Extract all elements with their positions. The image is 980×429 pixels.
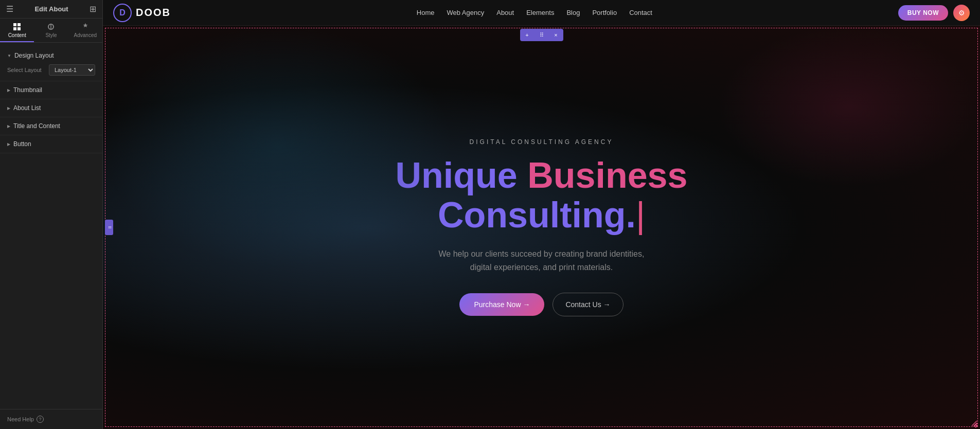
hero-description: We help our clients succeed by creating …: [439, 247, 645, 274]
main-area: D DOOB Home Web Agency About Elements Bl…: [103, 0, 980, 429]
nav-right: BUY NOW ⚙: [898, 5, 970, 21]
svg-rect-2: [13, 27, 16, 30]
help-icon: ?: [37, 416, 44, 423]
layout-select-dropdown[interactable]: Layout-1 Layout-2 Layout-3: [49, 64, 95, 76]
toolbar-drag-button[interactable]: ⠿: [534, 29, 549, 41]
hero-title-word1: Unique: [396, 155, 528, 195]
title-content-title: Title and Content: [7, 122, 95, 130]
nav-blog[interactable]: Blog: [566, 9, 580, 16]
sidebar-tabs: Content Style Advanced: [0, 19, 102, 43]
canvas-area: ⠿ + ⠿ × DIGITAL CONSULTING AGENCY Unique…: [103, 26, 980, 429]
sidebar-header: ☰ Edit About ⊞: [0, 0, 102, 19]
nav-elements[interactable]: Elements: [526, 9, 554, 16]
sidebar-footer: Need Help ?: [0, 409, 102, 429]
section-thumbnail[interactable]: Thumbnail: [0, 81, 102, 99]
column-handle[interactable]: ⠿: [105, 220, 113, 235]
hero-cursor: |: [636, 195, 645, 235]
thumbnail-title: Thumbnail: [7, 86, 95, 94]
tab-content[interactable]: Content: [0, 19, 34, 42]
nav-about[interactable]: About: [496, 9, 514, 16]
nav-home[interactable]: Home: [417, 9, 435, 16]
settings-button[interactable]: ⚙: [953, 5, 970, 21]
svg-rect-0: [13, 23, 16, 26]
section-title-content[interactable]: Title and Content: [0, 117, 102, 135]
svg-line-6: [972, 421, 977, 426]
svg-rect-3: [17, 27, 21, 30]
nav-web-agency[interactable]: Web Agency: [447, 9, 484, 16]
nav-portfolio[interactable]: Portfolio: [592, 9, 617, 16]
grid-icon[interactable]: ⊞: [90, 4, 96, 14]
toolbar-add-button[interactable]: +: [520, 29, 534, 41]
top-navbar: D DOOB Home Web Agency About Elements Bl…: [103, 0, 980, 26]
sidebar-sections: Design Layout Select Layout Layout-1 Lay…: [0, 43, 102, 409]
buy-now-button[interactable]: BUY NOW: [898, 5, 948, 21]
hero-buttons: Purchase Now → Contact Us →: [459, 293, 623, 316]
logo-text: DOOB: [136, 7, 171, 19]
section-about-list[interactable]: About List: [0, 99, 102, 117]
nav-contact[interactable]: Contact: [629, 9, 652, 16]
svg-line-8: [976, 425, 977, 426]
button-title: Button: [7, 140, 95, 148]
hero-subtitle: DIGITAL CONSULTING AGENCY: [470, 138, 614, 146]
layout-select-label: Select Layout: [7, 67, 42, 73]
hero-title: Unique Business Consulting.|: [396, 156, 688, 235]
tab-advanced[interactable]: Advanced: [68, 19, 102, 42]
section-design-layout: Design Layout Select Layout Layout-1 Lay…: [0, 47, 102, 81]
need-help[interactable]: Need Help ?: [7, 416, 95, 423]
logo-area: D DOOB: [113, 4, 171, 22]
hamburger-icon[interactable]: ☰: [6, 4, 13, 14]
sidebar: ☰ Edit About ⊞ Content Style Advanced De…: [0, 0, 103, 429]
hero-section: DIGITAL CONSULTING AGENCY Unique Busines…: [103, 26, 980, 429]
nav-links: Home Web Agency About Elements Blog Port…: [417, 9, 652, 16]
about-list-title: About List: [7, 104, 95, 112]
tab-style[interactable]: Style: [34, 19, 68, 42]
logo-circle: D: [113, 4, 132, 22]
section-toolbar: + ⠿ ×: [520, 29, 563, 41]
svg-rect-1: [17, 23, 21, 26]
section-button[interactable]: Button: [0, 135, 102, 153]
purchase-now-button[interactable]: Purchase Now →: [459, 293, 544, 316]
design-layout-title[interactable]: Design Layout: [7, 52, 95, 59]
toolbar-close-button[interactable]: ×: [549, 29, 563, 41]
settings-icon: ⚙: [958, 9, 965, 17]
resize-handle[interactable]: [971, 420, 978, 427]
sidebar-header-title: Edit About: [34, 5, 68, 13]
layout-select-row: Select Layout Layout-1 Layout-2 Layout-3: [7, 64, 95, 76]
hero-title-word3: Consulting.: [438, 195, 636, 235]
contact-us-button[interactable]: Contact Us →: [553, 293, 623, 316]
hero-title-word2: Business: [527, 155, 687, 195]
